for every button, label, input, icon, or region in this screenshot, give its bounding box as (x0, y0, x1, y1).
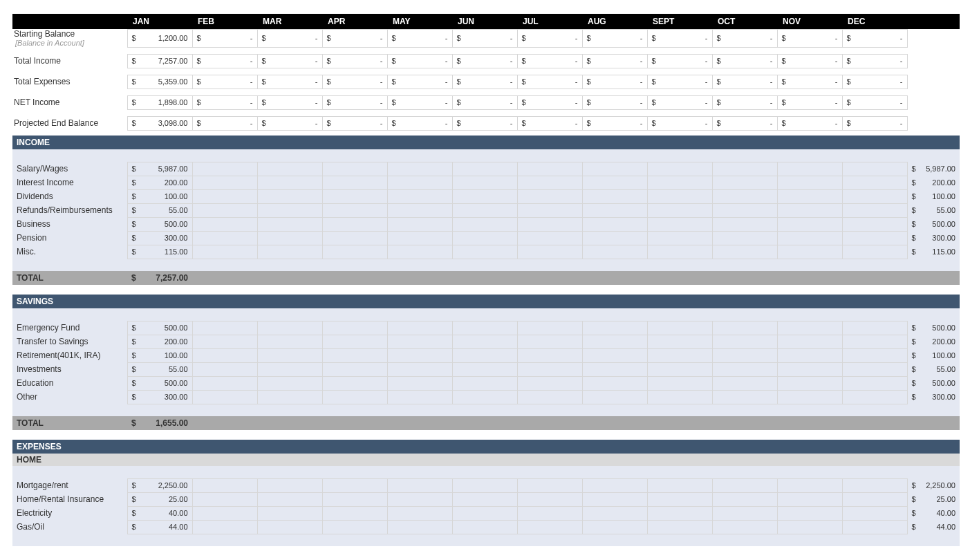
cell[interactable]: $- (777, 116, 842, 130)
cell[interactable] (322, 362, 387, 376)
cell[interactable] (647, 506, 712, 520)
cell[interactable]: $7,257.00 (127, 54, 192, 68)
cell[interactable]: $100.00 (127, 189, 192, 203)
cell[interactable] (322, 321, 387, 335)
cell[interactable] (647, 348, 712, 362)
cell[interactable] (257, 492, 322, 506)
cell[interactable] (517, 176, 582, 189)
cell[interactable] (452, 390, 517, 404)
cell[interactable] (582, 245, 647, 259)
cell[interactable] (387, 390, 452, 404)
cell[interactable] (322, 390, 387, 404)
cell[interactable] (257, 478, 322, 492)
cell[interactable] (517, 231, 582, 245)
cell[interactable] (452, 348, 517, 362)
cell[interactable] (387, 478, 452, 492)
cell[interactable] (192, 203, 257, 217)
cell[interactable] (582, 335, 647, 348)
cell[interactable]: $- (322, 29, 387, 47)
cell[interactable] (647, 217, 712, 231)
cell[interactable] (387, 335, 452, 348)
cell[interactable] (192, 506, 257, 520)
cell[interactable] (452, 217, 517, 231)
cell[interactable] (712, 189, 777, 203)
cell[interactable]: $- (517, 75, 582, 88)
cell[interactable] (322, 478, 387, 492)
cell[interactable] (387, 321, 452, 335)
cell[interactable] (192, 231, 257, 245)
cell[interactable] (647, 390, 712, 404)
cell[interactable] (842, 362, 907, 376)
cell[interactable] (257, 217, 322, 231)
cell[interactable] (387, 348, 452, 362)
cell[interactable] (842, 217, 907, 231)
cell[interactable] (777, 335, 842, 348)
cell[interactable]: $- (192, 116, 257, 130)
cell[interactable] (777, 217, 842, 231)
cell[interactable] (582, 217, 647, 231)
cell[interactable] (452, 478, 517, 492)
cell[interactable]: $500.00 (127, 376, 192, 390)
cell[interactable] (322, 245, 387, 259)
cell[interactable] (777, 520, 842, 534)
cell[interactable] (322, 335, 387, 348)
cell[interactable]: $300.00 (127, 390, 192, 404)
cell[interactable] (192, 176, 257, 189)
cell[interactable] (192, 335, 257, 348)
cell[interactable] (777, 506, 842, 520)
cell[interactable] (192, 321, 257, 335)
cell[interactable] (712, 231, 777, 245)
cell[interactable] (582, 321, 647, 335)
cell[interactable] (322, 203, 387, 217)
cell[interactable]: $- (322, 75, 387, 88)
cell[interactable]: $- (582, 54, 647, 68)
cell[interactable] (322, 217, 387, 231)
cell[interactable] (842, 376, 907, 390)
cell[interactable]: $44.00 (127, 520, 192, 534)
cell[interactable]: $- (712, 75, 777, 88)
cell[interactable]: $- (387, 29, 452, 47)
cell[interactable] (777, 189, 842, 203)
cell[interactable] (257, 520, 322, 534)
cell[interactable]: $- (712, 54, 777, 68)
cell[interactable] (712, 245, 777, 259)
cell[interactable] (842, 321, 907, 335)
cell[interactable] (582, 376, 647, 390)
cell[interactable] (452, 203, 517, 217)
cell[interactable] (712, 362, 777, 376)
cell[interactable] (192, 245, 257, 259)
cell[interactable]: $- (257, 75, 322, 88)
cell[interactable] (192, 217, 257, 231)
cell[interactable]: $- (517, 29, 582, 47)
cell[interactable] (517, 376, 582, 390)
cell[interactable] (257, 203, 322, 217)
cell[interactable]: $- (257, 29, 322, 47)
cell[interactable]: $5,987.00 (127, 162, 192, 176)
cell[interactable] (257, 348, 322, 362)
cell[interactable] (647, 335, 712, 348)
cell[interactable] (387, 231, 452, 245)
cell[interactable]: $- (452, 54, 517, 68)
cell[interactable] (712, 478, 777, 492)
cell[interactable] (777, 245, 842, 259)
cell[interactable] (777, 376, 842, 390)
cell[interactable] (647, 376, 712, 390)
cell[interactable] (192, 390, 257, 404)
cell[interactable] (257, 321, 322, 335)
cell[interactable] (257, 362, 322, 376)
cell[interactable] (257, 506, 322, 520)
cell[interactable] (712, 335, 777, 348)
cell[interactable]: $- (582, 29, 647, 47)
cell[interactable] (777, 321, 842, 335)
cell[interactable] (647, 203, 712, 217)
cell[interactable]: $- (322, 95, 387, 109)
cell[interactable] (712, 390, 777, 404)
cell[interactable] (777, 390, 842, 404)
cell[interactable] (842, 478, 907, 492)
cell[interactable] (452, 520, 517, 534)
cell[interactable] (387, 245, 452, 259)
cell[interactable] (387, 176, 452, 189)
cell[interactable] (452, 506, 517, 520)
cell[interactable] (777, 492, 842, 506)
cell[interactable] (842, 335, 907, 348)
